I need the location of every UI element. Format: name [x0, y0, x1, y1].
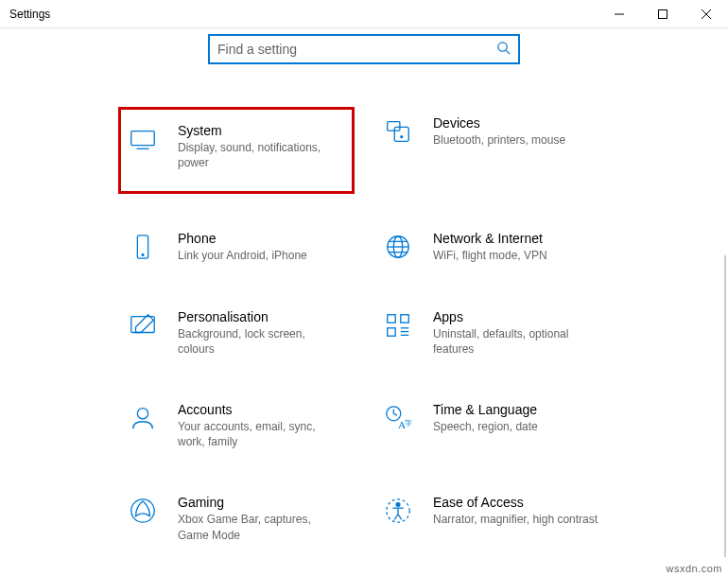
- svg-point-25: [137, 409, 147, 419]
- search-input[interactable]: [217, 42, 496, 57]
- tile-accounts[interactable]: Accounts Your accounts, email, sync, wor…: [123, 398, 350, 453]
- tile-title: Phone: [178, 231, 307, 246]
- tile-title: Accounts: [178, 402, 343, 417]
- svg-line-36: [394, 515, 398, 520]
- window-title: Settings: [9, 8, 50, 21]
- scrollbar[interactable]: [724, 255, 726, 557]
- svg-text:字: 字: [405, 417, 412, 427]
- tile-title: Network & Internet: [433, 231, 547, 246]
- tile-network[interactable]: Network & Internet WiFi, flight mode, VP…: [378, 227, 605, 267]
- svg-point-12: [142, 254, 144, 256]
- svg-rect-6: [131, 131, 154, 146]
- close-button[interactable]: [685, 0, 728, 27]
- tile-desc: Display, sound, notifications, power: [178, 140, 343, 170]
- close-icon: [702, 9, 711, 19]
- tile-desc: Speech, region, date: [433, 419, 538, 434]
- system-icon: [129, 125, 157, 153]
- tile-title: Personalisation: [178, 309, 343, 324]
- tile-title: System: [178, 123, 343, 138]
- tile-system[interactable]: System Display, sound, notifications, po…: [123, 112, 350, 189]
- search-icon: [496, 41, 511, 59]
- svg-rect-19: [388, 314, 395, 322]
- watermark: wsxdn.com: [666, 563, 722, 574]
- minimize-icon: [615, 9, 624, 19]
- phone-icon: [129, 233, 157, 261]
- personalisation-icon: [129, 311, 157, 340]
- accounts-icon: [129, 404, 157, 432]
- tile-gaming[interactable]: Gaming Xbox Game Bar, captures, Game Mod…: [123, 491, 350, 546]
- svg-rect-9: [394, 127, 408, 141]
- window-controls: [598, 0, 728, 27]
- svg-rect-1: [659, 9, 667, 18]
- svg-line-5: [506, 50, 510, 54]
- tile-desc: Link your Android, iPhone: [178, 248, 307, 263]
- tile-desc: Your accounts, email, sync, work, family: [178, 419, 343, 449]
- svg-point-31: [131, 499, 154, 522]
- tile-phone[interactable]: Phone Link your Android, iPhone: [123, 227, 350, 267]
- tile-time-language[interactable]: A字 Time & Language Speech, region, date: [378, 398, 605, 453]
- minimize-button[interactable]: [598, 0, 641, 27]
- tile-title: Apps: [433, 309, 598, 324]
- devices-icon: [384, 117, 412, 146]
- svg-line-28: [393, 413, 397, 415]
- network-icon: [384, 233, 412, 261]
- maximize-button[interactable]: [641, 0, 685, 27]
- svg-point-33: [396, 503, 400, 507]
- tile-desc: Background, lock screen, colours: [178, 326, 343, 357]
- tile-personalisation[interactable]: Personalisation Background, lock screen,…: [123, 305, 350, 360]
- tile-apps[interactable]: Apps Uninstall, defaults, optional featu…: [378, 305, 605, 360]
- tile-devices[interactable]: Devices Bluetooth, printers, mouse: [378, 112, 605, 189]
- ease-of-access-icon: [384, 497, 412, 525]
- svg-line-37: [398, 515, 402, 520]
- time-language-icon: A字: [384, 404, 412, 432]
- tile-ease-of-access[interactable]: Ease of Access Narrator, magnifier, high…: [378, 491, 605, 546]
- search-row: [0, 34, 728, 64]
- tile-title: Ease of Access: [433, 495, 598, 510]
- settings-grid: System Display, sound, notifications, po…: [0, 112, 728, 547]
- tile-desc: Bluetooth, printers, mouse: [433, 132, 565, 148]
- titlebar: Settings: [0, 0, 728, 28]
- tile-title: Gaming: [178, 495, 343, 510]
- gaming-icon: [129, 497, 157, 525]
- svg-point-10: [401, 136, 403, 138]
- search-box[interactable]: [208, 34, 520, 64]
- tile-title: Time & Language: [433, 402, 538, 417]
- svg-point-4: [498, 42, 507, 50]
- svg-rect-8: [388, 122, 400, 131]
- svg-rect-20: [401, 314, 408, 322]
- tile-desc: Xbox Game Bar, captures, Game Mode: [178, 512, 343, 542]
- maximize-icon: [658, 9, 667, 19]
- tile-desc: Narrator, magnifier, high contrast: [433, 512, 598, 527]
- tile-title: Devices: [433, 115, 565, 131]
- tile-desc: WiFi, flight mode, VPN: [433, 248, 547, 263]
- apps-icon: [384, 311, 412, 340]
- svg-rect-21: [388, 327, 395, 335]
- tile-desc: Uninstall, defaults, optional features: [433, 326, 598, 357]
